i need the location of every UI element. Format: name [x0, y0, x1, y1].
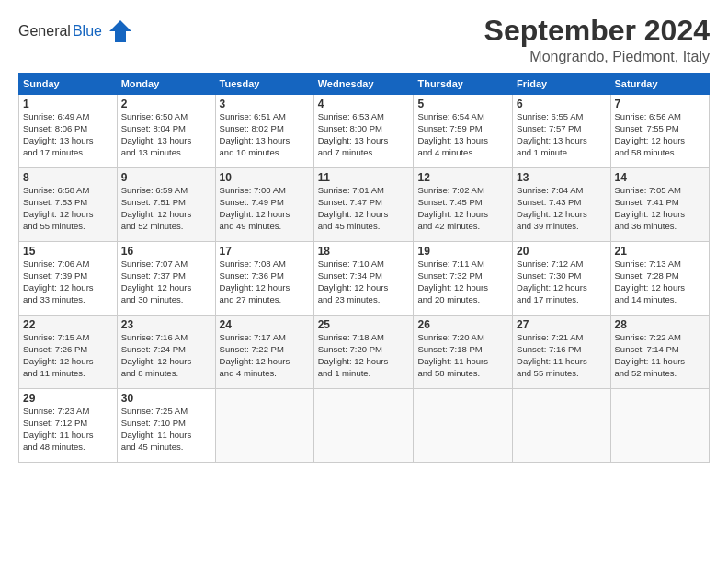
day-num: 10 — [220, 171, 310, 184]
day-num: 28 — [615, 318, 705, 331]
day-cell-w3-1: 16Sunrise: 7:07 AMSunset: 7:37 PMDayligh… — [117, 242, 215, 316]
day-num: 24 — [220, 318, 310, 331]
day-num: 7 — [615, 98, 705, 110]
day-cell-w2-0: 8Sunrise: 6:58 AMSunset: 7:53 PMDaylight… — [19, 168, 118, 242]
day-info: Sunrise: 7:11 AMSunset: 7:32 PMDaylight:… — [417, 259, 488, 304]
calendar-week-1: 1Sunrise: 6:49 AMSunset: 8:06 PMDaylight… — [19, 95, 710, 168]
day-num: 6 — [517, 98, 606, 110]
day-cell-w1-5: 6Sunrise: 6:55 AMSunset: 7:57 PMDaylight… — [513, 95, 610, 168]
day-info: Sunrise: 7:16 AMSunset: 7:24 PMDaylight:… — [121, 332, 192, 377]
day-cell-w3-2: 17Sunrise: 7:08 AMSunset: 7:36 PMDayligh… — [215, 242, 313, 316]
logo-blue-text: Blue — [73, 23, 102, 40]
day-cell-w5-2 — [215, 389, 313, 463]
day-info: Sunrise: 7:02 AMSunset: 7:45 PMDaylight:… — [417, 185, 488, 230]
day-cell-w4-1: 23Sunrise: 7:16 AMSunset: 7:24 PMDayligh… — [117, 316, 215, 389]
day-num: 30 — [121, 392, 211, 405]
calendar-week-5: 29Sunrise: 7:23 AMSunset: 7:12 PMDayligh… — [19, 389, 710, 463]
day-cell-w2-3: 11Sunrise: 7:01 AMSunset: 7:47 PMDayligh… — [313, 168, 414, 242]
title-block: September 2024 Mongrando, Piedmont, Ital… — [484, 15, 710, 65]
day-cell-w3-5: 20Sunrise: 7:12 AMSunset: 7:30 PMDayligh… — [513, 242, 610, 316]
day-num: 14 — [615, 171, 705, 184]
day-info: Sunrise: 7:17 AMSunset: 7:22 PMDaylight:… — [220, 332, 290, 377]
day-num: 15 — [23, 245, 113, 258]
day-num: 29 — [23, 392, 113, 405]
day-info: Sunrise: 7:01 AMSunset: 7:47 PMDaylight:… — [318, 185, 389, 230]
day-info: Sunrise: 6:56 AMSunset: 7:55 PMDaylight:… — [615, 111, 686, 156]
day-info: Sunrise: 6:53 AMSunset: 8:00 PMDaylight:… — [318, 111, 389, 156]
day-num: 23 — [121, 318, 211, 331]
day-info: Sunrise: 6:50 AMSunset: 8:04 PMDaylight:… — [121, 111, 192, 156]
day-cell-w1-4: 5Sunrise: 6:54 AMSunset: 7:59 PMDaylight… — [414, 95, 513, 168]
calendar-week-4: 22Sunrise: 7:15 AMSunset: 7:26 PMDayligh… — [19, 316, 710, 389]
day-num: 17 — [220, 245, 310, 258]
day-num: 8 — [23, 171, 113, 184]
day-cell-w1-2: 3Sunrise: 6:51 AMSunset: 8:02 PMDaylight… — [215, 95, 313, 168]
day-cell-w4-4: 26Sunrise: 7:20 AMSunset: 7:18 PMDayligh… — [414, 316, 513, 389]
day-info: Sunrise: 6:51 AMSunset: 8:02 PMDaylight:… — [220, 111, 290, 156]
day-num: 25 — [318, 318, 410, 331]
day-num: 2 — [121, 98, 211, 110]
day-cell-w2-4: 12Sunrise: 7:02 AMSunset: 7:45 PMDayligh… — [414, 168, 513, 242]
day-num: 1 — [23, 98, 113, 110]
day-info: Sunrise: 7:05 AMSunset: 7:41 PMDaylight:… — [615, 185, 686, 230]
day-info: Sunrise: 7:22 AMSunset: 7:14 PMDaylight:… — [615, 332, 686, 377]
day-num: 21 — [615, 245, 705, 258]
day-cell-w2-2: 10Sunrise: 7:00 AMSunset: 7:49 PMDayligh… — [215, 168, 313, 242]
day-cell-w5-0: 29Sunrise: 7:23 AMSunset: 7:12 PMDayligh… — [19, 389, 118, 463]
calendar-table: Sunday Monday Tuesday Wednesday Thursday… — [18, 73, 710, 463]
day-cell-w3-4: 19Sunrise: 7:11 AMSunset: 7:32 PMDayligh… — [414, 242, 513, 316]
header: GeneralBlue September 2024 Mongrando, Pi… — [18, 15, 710, 65]
day-info: Sunrise: 7:13 AMSunset: 7:28 PMDaylight:… — [615, 259, 686, 304]
location-title: Mongrando, Piedmont, Italy — [484, 49, 710, 65]
day-info: Sunrise: 7:08 AMSunset: 7:36 PMDaylight:… — [220, 259, 290, 304]
day-cell-w3-6: 21Sunrise: 7:13 AMSunset: 7:28 PMDayligh… — [610, 242, 709, 316]
day-info: Sunrise: 7:15 AMSunset: 7:26 PMDaylight:… — [23, 332, 94, 377]
day-num: 11 — [318, 171, 410, 184]
day-info: Sunrise: 7:04 AMSunset: 7:43 PMDaylight:… — [517, 185, 587, 230]
day-cell-w5-5 — [513, 389, 610, 463]
day-num: 4 — [318, 98, 410, 110]
day-info: Sunrise: 7:23 AMSunset: 7:12 PMDaylight:… — [23, 406, 94, 451]
day-num: 22 — [23, 318, 113, 331]
day-num: 27 — [517, 318, 606, 331]
day-num: 3 — [220, 98, 310, 110]
day-cell-w4-6: 28Sunrise: 7:22 AMSunset: 7:14 PMDayligh… — [610, 316, 709, 389]
day-info: Sunrise: 6:55 AMSunset: 7:57 PMDaylight:… — [517, 111, 587, 156]
day-cell-w5-3 — [313, 389, 414, 463]
day-cell-w4-5: 27Sunrise: 7:21 AMSunset: 7:16 PMDayligh… — [513, 316, 610, 389]
page: GeneralBlue September 2024 Mongrando, Pi… — [0, 0, 728, 563]
day-num: 16 — [121, 245, 211, 258]
day-cell-w5-6 — [610, 389, 709, 463]
day-cell-w1-1: 2Sunrise: 6:50 AMSunset: 8:04 PMDaylight… — [117, 95, 215, 168]
day-info: Sunrise: 7:21 AMSunset: 7:16 PMDaylight:… — [517, 332, 587, 377]
day-info: Sunrise: 6:49 AMSunset: 8:06 PMDaylight:… — [23, 111, 94, 156]
day-cell-w4-2: 24Sunrise: 7:17 AMSunset: 7:22 PMDayligh… — [215, 316, 313, 389]
day-cell-w2-5: 13Sunrise: 7:04 AMSunset: 7:43 PMDayligh… — [513, 168, 610, 242]
day-info: Sunrise: 7:18 AMSunset: 7:20 PMDaylight:… — [318, 332, 389, 377]
calendar-week-2: 8Sunrise: 6:58 AMSunset: 7:53 PMDaylight… — [19, 168, 710, 242]
header-tuesday: Tuesday — [215, 74, 313, 95]
day-info: Sunrise: 7:07 AMSunset: 7:37 PMDaylight:… — [121, 259, 192, 304]
month-title: September 2024 — [484, 15, 710, 47]
day-cell-w5-4 — [414, 389, 513, 463]
header-sunday: Sunday — [19, 74, 118, 95]
day-info: Sunrise: 6:59 AMSunset: 7:51 PMDaylight:… — [121, 185, 192, 230]
day-info: Sunrise: 7:06 AMSunset: 7:39 PMDaylight:… — [23, 259, 94, 304]
logo: GeneralBlue — [18, 18, 133, 44]
header-wednesday: Wednesday — [313, 74, 414, 95]
svg-marker-0 — [109, 20, 131, 42]
day-num: 19 — [417, 245, 508, 258]
day-cell-w4-0: 22Sunrise: 7:15 AMSunset: 7:26 PMDayligh… — [19, 316, 118, 389]
day-cell-w4-3: 25Sunrise: 7:18 AMSunset: 7:20 PMDayligh… — [313, 316, 414, 389]
day-info: Sunrise: 7:10 AMSunset: 7:34 PMDaylight:… — [318, 259, 389, 304]
day-cell-w2-1: 9Sunrise: 6:59 AMSunset: 7:51 PMDaylight… — [117, 168, 215, 242]
day-info: Sunrise: 7:25 AMSunset: 7:10 PMDaylight:… — [121, 406, 192, 451]
day-num: 9 — [121, 171, 211, 184]
calendar-week-3: 15Sunrise: 7:06 AMSunset: 7:39 PMDayligh… — [19, 242, 710, 316]
header-friday: Friday — [513, 74, 610, 95]
day-cell-w1-6: 7Sunrise: 6:56 AMSunset: 7:55 PMDaylight… — [610, 95, 709, 168]
day-cell-w2-6: 14Sunrise: 7:05 AMSunset: 7:41 PMDayligh… — [610, 168, 709, 242]
day-cell-w3-3: 18Sunrise: 7:10 AMSunset: 7:34 PMDayligh… — [313, 242, 414, 316]
day-info: Sunrise: 7:12 AMSunset: 7:30 PMDaylight:… — [517, 259, 587, 304]
day-num: 12 — [417, 171, 508, 184]
